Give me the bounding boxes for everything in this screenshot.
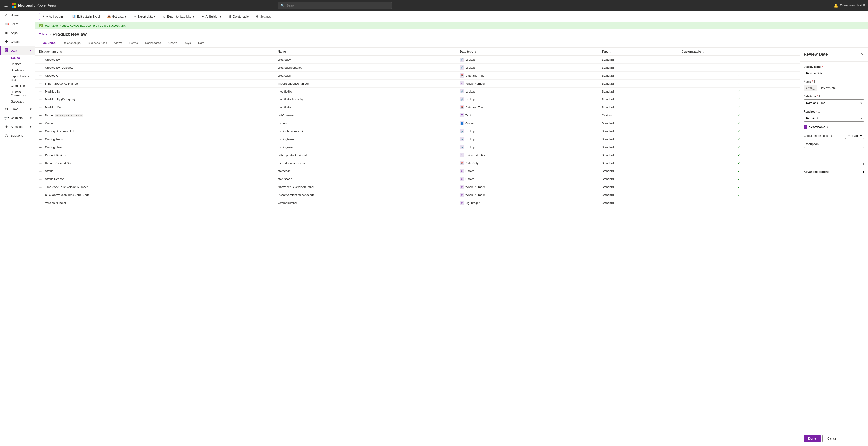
export-data-button[interactable]: ⇒ Export data ▾	[131, 13, 158, 20]
sidebar-sub-choices[interactable]: Choices	[0, 61, 35, 67]
row-dots[interactable]: ···	[39, 58, 42, 61]
required-select[interactable]: Optional Required Business Recommended	[804, 114, 864, 122]
required-select-wrapper[interactable]: Optional Required Business Recommended	[804, 114, 864, 122]
row-dots[interactable]: ···	[39, 98, 42, 101]
cell-name: modifiedby	[274, 88, 456, 96]
hamburger-icon[interactable]: ☰	[3, 2, 9, 9]
row-dots[interactable]: ···	[39, 114, 42, 117]
tab-charts[interactable]: Charts	[165, 39, 181, 47]
row-dots[interactable]: ···	[39, 201, 42, 205]
delete-table-button[interactable]: 🗑 Delete table	[226, 13, 251, 20]
description-info-icon[interactable]: ℹ	[819, 142, 821, 146]
sidebar-item-ai-builder[interactable]: ✦ AI Builder ▾	[0, 122, 35, 131]
review-date-panel: Review Date × Display name *	[800, 47, 868, 446]
required-info-icon[interactable]: ℹ	[818, 110, 819, 113]
sidebar-item-data[interactable]: 🗄 Data ▾	[0, 46, 35, 55]
row-dots[interactable]: ···	[39, 90, 42, 93]
searchable-checkbox[interactable]: ✓	[804, 125, 807, 129]
notification-icon[interactable]: 🔔	[834, 3, 838, 8]
col-header-type[interactable]: Type ↓	[598, 47, 678, 56]
col-header-data-type[interactable]: Data type ↓	[456, 47, 598, 56]
tab-relationships[interactable]: Relationships	[59, 39, 84, 47]
sidebar-sub-dataflows[interactable]: Dataflows	[0, 67, 35, 73]
row-dots[interactable]: ···	[39, 177, 42, 181]
sidebar-item-label: Solutions	[11, 134, 23, 137]
panel-close-button[interactable]: ×	[860, 51, 864, 58]
sidebar-item-solutions[interactable]: ⬡ Solutions	[0, 131, 35, 140]
row-dots[interactable]: ···	[39, 74, 42, 77]
cell-customizable: ✓	[678, 72, 800, 79]
breadcrumb-parent[interactable]: Tables	[39, 33, 48, 36]
row-dots[interactable]: ···	[39, 169, 42, 173]
search-bar[interactable]: 🔍	[278, 2, 392, 9]
row-dots[interactable]: ···	[39, 122, 42, 125]
check-icon: ✓	[738, 58, 740, 61]
row-dots[interactable]: ···	[39, 130, 42, 133]
tab-columns[interactable]: Columns	[39, 39, 59, 47]
row-dots[interactable]: ···	[39, 106, 42, 109]
col-header-name[interactable]: Name ↓	[274, 47, 456, 56]
data-type-icon: T	[460, 113, 464, 117]
calc-info-icon[interactable]: ℹ	[831, 134, 832, 137]
cell-display-name: ··· Name Primary Name Column	[35, 111, 274, 119]
add-column-button[interactable]: ＋ + Add column	[39, 13, 67, 20]
tab-views[interactable]: Views	[111, 39, 126, 47]
done-button[interactable]: Done	[804, 435, 821, 442]
check-icon: ✓	[738, 193, 740, 197]
sidebar-item-flows[interactable]: ↻ Flows ▾	[0, 105, 35, 113]
cell-name: importsequencenumber	[274, 79, 456, 88]
row-dots[interactable]: ···	[39, 82, 42, 85]
sidebar-item-learn[interactable]: 📖 Learn	[0, 20, 35, 28]
sidebar-item-create[interactable]: ✚ Create	[0, 37, 35, 46]
tab-forms[interactable]: Forms	[126, 39, 142, 47]
cancel-button[interactable]: Cancel	[823, 435, 842, 442]
search-input[interactable]	[286, 4, 389, 7]
sidebar-sub-export[interactable]: Export to data lake	[0, 73, 35, 83]
row-dots[interactable]: ···	[39, 138, 42, 141]
tab-dashboards[interactable]: Dashboards	[142, 39, 165, 47]
display-name-input[interactable]	[804, 70, 864, 76]
col-header-customizable[interactable]: Customizable ↓	[678, 47, 800, 56]
data-type-info-icon[interactable]: ℹ	[819, 95, 820, 98]
export-lake-button[interactable]: ⊙ Export to data lake ▾	[160, 13, 197, 20]
edit-data-button[interactable]: 📊 Edit data in Excel	[69, 13, 102, 20]
check-icon: ✓	[738, 122, 740, 125]
row-dots[interactable]: ···	[39, 185, 42, 189]
data-type-select[interactable]: Date and Time Date Only Text Whole Numbe…	[804, 99, 864, 106]
row-dots[interactable]: ···	[39, 145, 42, 149]
row-dots[interactable]: ···	[39, 161, 42, 165]
row-dots[interactable]: ···	[39, 193, 42, 197]
get-data-button[interactable]: 📥 Get data ▾	[104, 13, 129, 20]
sidebar-sub-custom-connectors[interactable]: Custom Connectors	[0, 89, 35, 98]
searchable-info-icon[interactable]: ℹ	[827, 126, 828, 129]
description-textarea[interactable]	[804, 147, 864, 165]
calc-add-button[interactable]: ＋ + Add ▾	[845, 133, 864, 139]
sidebar-item-chatbots[interactable]: 💬 Chatbots ▾	[0, 113, 35, 122]
row-dots[interactable]: ···	[39, 153, 42, 157]
sidebar-item-home[interactable]: ⌂ Home	[0, 11, 35, 20]
col-header-display-name[interactable]: Display name ↑↓	[35, 47, 274, 56]
advanced-options-row[interactable]: Advanced options ▾	[804, 169, 864, 174]
sidebar-sub-gateways[interactable]: Gateways	[0, 98, 35, 105]
table-row: ··· Owning Team owningteam 🔗 Lookup Stan…	[35, 135, 800, 143]
panel-footer: Done Cancel	[800, 431, 868, 446]
app-title: Power Apps	[36, 3, 56, 7]
tab-data[interactable]: Data	[194, 39, 208, 47]
settings-button[interactable]: ⚙ Settings	[253, 13, 274, 20]
cell-type: Custom	[598, 111, 678, 119]
name-info-icon[interactable]: ℹ	[814, 80, 815, 83]
ai-builder-button[interactable]: ✦ AI Builder ▾	[199, 13, 224, 20]
row-dots[interactable]: ···	[39, 66, 42, 69]
cell-name: createdonbehalfby	[274, 64, 456, 72]
check-icon: ✓	[738, 169, 740, 173]
sidebar-sub-connections[interactable]: Connections	[0, 83, 35, 89]
tab-keys[interactable]: Keys	[181, 39, 194, 47]
cell-data-type: 🔗 Lookup	[456, 96, 598, 103]
data-type-select-wrapper[interactable]: Date and Time Date Only Text Whole Numbe…	[804, 99, 864, 106]
tab-business-rules[interactable]: Business rules	[84, 39, 111, 47]
cell-customizable: ✓	[678, 183, 800, 191]
data-type-field: Data type * ℹ Date and Time Date Only Te…	[804, 95, 864, 106]
sidebar-item-apps[interactable]: ⊞ Apps	[0, 28, 35, 37]
required-label: Required * ℹ	[804, 110, 864, 113]
sidebar-sub-tables[interactable]: Tables	[0, 55, 35, 61]
